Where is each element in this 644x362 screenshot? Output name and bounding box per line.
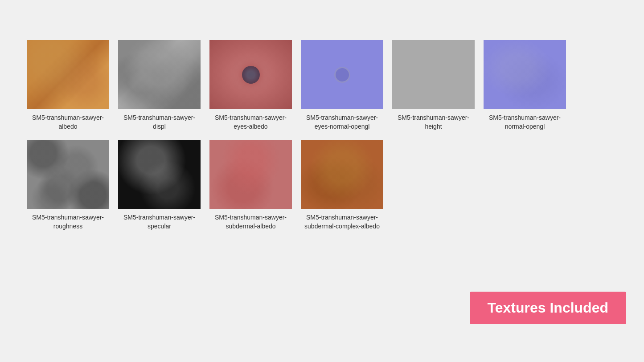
texture-thumbnail-eyes-normal (301, 40, 383, 109)
texture-item-eyes-normal[interactable]: SM5-transhuman-sawyer-eyes-normal-opengl (301, 40, 383, 131)
texture-item-normal[interactable]: SM5-transhuman-sawyer-normal-opengl (484, 40, 566, 131)
texture-item-specular[interactable]: SM5-transhuman-sawyer-specular (118, 140, 201, 231)
texture-grid: SM5-transhuman-sawyer-albedo SM5-transhu… (0, 0, 644, 248)
texture-label-eyes-albedo: SM5-transhuman-sawyer-eyes-albedo (209, 114, 292, 131)
texture-thumbnail-normal (484, 40, 566, 109)
texture-item-subdermal[interactable]: SM5-transhuman-sawyer-subdermal-albedo (209, 140, 292, 231)
badge-container: Textures Included (470, 292, 626, 324)
texture-label-subdermal: SM5-transhuman-sawyer-subdermal-albedo (209, 213, 292, 231)
texture-label-roughness: SM5-transhuman-sawyer-roughness (27, 213, 109, 231)
texture-thumbnail-displ (118, 40, 201, 109)
texture-label-eyes-normal: SM5-transhuman-sawyer-eyes-normal-opengl (301, 114, 383, 131)
texture-thumbnail-specular (118, 140, 201, 209)
texture-item-subdermal-complex[interactable]: SM5-transhuman-sawyer-subdermal-complex-… (301, 140, 383, 231)
texture-item-height[interactable]: SM5-transhuman-sawyer-height (392, 40, 475, 131)
texture-label-displ: SM5-transhuman-sawyer-displ (118, 114, 201, 131)
texture-item-roughness[interactable]: SM5-transhuman-sawyer-roughness (27, 140, 109, 231)
texture-thumbnail-eyes-albedo (209, 40, 292, 109)
texture-label-height: SM5-transhuman-sawyer-height (392, 114, 475, 131)
texture-thumbnail-height (392, 40, 475, 109)
texture-label-subdermal-complex: SM5-transhuman-sawyer-subdermal-complex-… (301, 213, 383, 231)
texture-thumbnail-subdermal-complex (301, 140, 383, 209)
texture-label-albedo: SM5-transhuman-sawyer-albedo (27, 114, 109, 131)
texture-thumbnail-subdermal (209, 140, 292, 209)
textures-included-badge: Textures Included (470, 292, 626, 324)
texture-item-albedo[interactable]: SM5-transhuman-sawyer-albedo (27, 40, 109, 131)
texture-label-specular: SM5-transhuman-sawyer-specular (118, 213, 201, 231)
texture-item-eyes-albedo[interactable]: SM5-transhuman-sawyer-eyes-albedo (209, 40, 292, 131)
texture-label-normal: SM5-transhuman-sawyer-normal-opengl (484, 114, 566, 131)
texture-thumbnail-roughness (27, 140, 109, 209)
texture-thumbnail-albedo (27, 40, 109, 109)
texture-item-displ[interactable]: SM5-transhuman-sawyer-displ (118, 40, 201, 131)
